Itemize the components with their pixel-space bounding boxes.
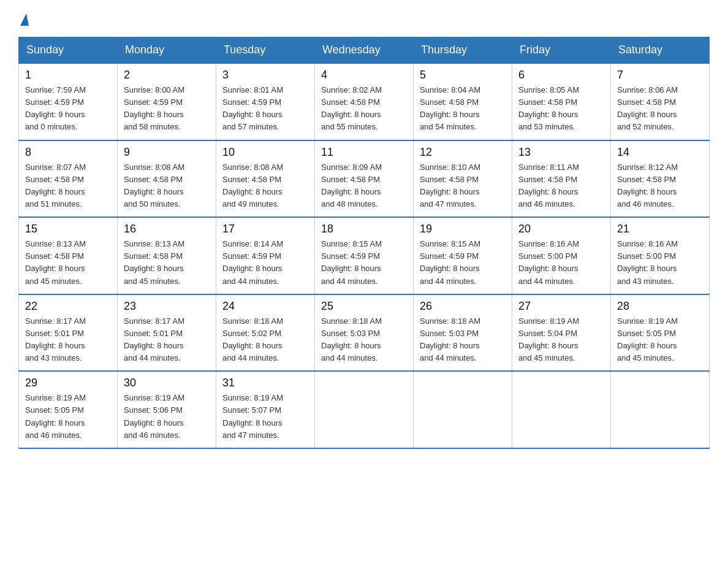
day-info: Sunrise: 8:11 AMSunset: 4:58 PMDaylight:… bbox=[518, 161, 604, 211]
day-number: 28 bbox=[617, 300, 703, 313]
day-info: Sunrise: 8:01 AMSunset: 4:59 PMDaylight:… bbox=[222, 84, 308, 134]
calendar-cell: 6Sunrise: 8:05 AMSunset: 4:58 PMDaylight… bbox=[512, 63, 611, 140]
calendar-cell bbox=[512, 371, 611, 448]
calendar-cell: 14Sunrise: 8:12 AMSunset: 4:58 PMDayligh… bbox=[611, 140, 710, 218]
day-info: Sunrise: 8:19 AMSunset: 5:04 PMDaylight:… bbox=[518, 315, 604, 365]
day-number: 12 bbox=[420, 146, 506, 159]
day-number: 8 bbox=[25, 146, 111, 159]
calendar-cell: 18Sunrise: 8:15 AMSunset: 4:59 PMDayligh… bbox=[315, 217, 414, 294]
day-info: Sunrise: 8:13 AMSunset: 4:58 PMDaylight:… bbox=[124, 238, 210, 288]
calendar-cell: 1Sunrise: 7:59 AMSunset: 4:59 PMDaylight… bbox=[19, 63, 118, 140]
day-number: 13 bbox=[518, 146, 604, 159]
calendar-cell: 30Sunrise: 8:19 AMSunset: 5:06 PMDayligh… bbox=[118, 371, 216, 448]
calendar-cell: 27Sunrise: 8:19 AMSunset: 5:04 PMDayligh… bbox=[512, 294, 611, 372]
calendar-week-row: 8Sunrise: 8:07 AMSunset: 4:58 PMDaylight… bbox=[19, 140, 710, 218]
calendar-week-row: 29Sunrise: 8:19 AMSunset: 5:05 PMDayligh… bbox=[19, 371, 710, 448]
day-number: 27 bbox=[518, 300, 604, 313]
day-info: Sunrise: 8:19 AMSunset: 5:07 PMDaylight:… bbox=[222, 392, 308, 442]
day-info: Sunrise: 8:13 AMSunset: 4:58 PMDaylight:… bbox=[25, 238, 111, 288]
logo bbox=[18, 12, 29, 25]
day-number: 17 bbox=[222, 223, 308, 236]
day-number: 19 bbox=[420, 223, 506, 236]
day-number: 26 bbox=[420, 300, 506, 313]
calendar-cell bbox=[414, 371, 512, 448]
day-info: Sunrise: 7:59 AMSunset: 4:59 PMDaylight:… bbox=[25, 84, 111, 134]
day-number: 11 bbox=[321, 146, 407, 159]
calendar-cell: 24Sunrise: 8:18 AMSunset: 5:02 PMDayligh… bbox=[216, 294, 315, 372]
calendar-cell: 23Sunrise: 8:17 AMSunset: 5:01 PMDayligh… bbox=[118, 294, 216, 372]
day-number: 20 bbox=[518, 223, 604, 236]
day-info: Sunrise: 8:15 AMSunset: 4:59 PMDaylight:… bbox=[321, 238, 407, 288]
weekday-header-friday: Friday bbox=[512, 37, 611, 64]
day-info: Sunrise: 8:00 AMSunset: 4:59 PMDaylight:… bbox=[124, 84, 210, 134]
day-info: Sunrise: 8:16 AMSunset: 5:00 PMDaylight:… bbox=[518, 238, 604, 288]
calendar-cell: 15Sunrise: 8:13 AMSunset: 4:58 PMDayligh… bbox=[19, 217, 118, 294]
day-number: 1 bbox=[25, 69, 111, 82]
day-info: Sunrise: 8:17 AMSunset: 5:01 PMDaylight:… bbox=[25, 315, 111, 365]
day-number: 25 bbox=[321, 300, 407, 313]
day-info: Sunrise: 8:16 AMSunset: 5:00 PMDaylight:… bbox=[617, 238, 703, 288]
day-number: 6 bbox=[518, 69, 604, 82]
calendar-cell: 16Sunrise: 8:13 AMSunset: 4:58 PMDayligh… bbox=[118, 217, 216, 294]
weekday-header-sunday: Sunday bbox=[19, 37, 118, 64]
day-number: 24 bbox=[222, 300, 308, 313]
calendar-week-row: 22Sunrise: 8:17 AMSunset: 5:01 PMDayligh… bbox=[19, 294, 710, 372]
calendar-cell bbox=[611, 371, 710, 448]
day-info: Sunrise: 8:19 AMSunset: 5:05 PMDaylight:… bbox=[25, 392, 111, 442]
day-info: Sunrise: 8:06 AMSunset: 4:58 PMDaylight:… bbox=[617, 84, 703, 134]
weekday-header-monday: Monday bbox=[118, 37, 216, 64]
day-info: Sunrise: 8:18 AMSunset: 5:02 PMDaylight:… bbox=[222, 315, 308, 365]
day-number: 4 bbox=[321, 69, 407, 82]
page-header bbox=[18, 12, 710, 25]
calendar-week-row: 15Sunrise: 8:13 AMSunset: 4:58 PMDayligh… bbox=[19, 217, 710, 294]
day-info: Sunrise: 8:18 AMSunset: 5:03 PMDaylight:… bbox=[321, 315, 407, 365]
day-number: 7 bbox=[617, 69, 703, 82]
day-info: Sunrise: 8:17 AMSunset: 5:01 PMDaylight:… bbox=[124, 315, 210, 365]
day-number: 5 bbox=[420, 69, 506, 82]
day-number: 30 bbox=[124, 377, 210, 389]
weekday-header-tuesday: Tuesday bbox=[216, 37, 315, 64]
day-number: 18 bbox=[321, 223, 407, 236]
day-number: 22 bbox=[25, 300, 111, 313]
day-info: Sunrise: 8:07 AMSunset: 4:58 PMDaylight:… bbox=[25, 161, 111, 211]
calendar-cell: 22Sunrise: 8:17 AMSunset: 5:01 PMDayligh… bbox=[19, 294, 118, 372]
weekday-header-saturday: Saturday bbox=[611, 37, 710, 64]
calendar-cell: 4Sunrise: 8:02 AMSunset: 4:58 PMDaylight… bbox=[315, 63, 414, 140]
day-info: Sunrise: 8:12 AMSunset: 4:58 PMDaylight:… bbox=[617, 161, 703, 211]
calendar-cell bbox=[315, 371, 414, 448]
calendar-cell: 31Sunrise: 8:19 AMSunset: 5:07 PMDayligh… bbox=[216, 371, 315, 448]
day-info: Sunrise: 8:19 AMSunset: 5:05 PMDaylight:… bbox=[617, 315, 703, 365]
calendar-cell: 20Sunrise: 8:16 AMSunset: 5:00 PMDayligh… bbox=[512, 217, 611, 294]
calendar-cell: 25Sunrise: 8:18 AMSunset: 5:03 PMDayligh… bbox=[315, 294, 414, 372]
day-number: 15 bbox=[25, 223, 111, 236]
calendar-cell: 13Sunrise: 8:11 AMSunset: 4:58 PMDayligh… bbox=[512, 140, 611, 218]
day-info: Sunrise: 8:18 AMSunset: 5:03 PMDaylight:… bbox=[420, 315, 506, 365]
calendar-cell: 29Sunrise: 8:19 AMSunset: 5:05 PMDayligh… bbox=[19, 371, 118, 448]
weekday-header-wednesday: Wednesday bbox=[315, 37, 414, 64]
calendar-cell: 10Sunrise: 8:08 AMSunset: 4:58 PMDayligh… bbox=[216, 140, 315, 218]
day-number: 31 bbox=[222, 377, 308, 389]
day-number: 29 bbox=[25, 377, 111, 389]
weekday-header-row: SundayMondayTuesdayWednesdayThursdayFrid… bbox=[19, 37, 710, 64]
calendar-table: SundayMondayTuesdayWednesdayThursdayFrid… bbox=[18, 37, 710, 449]
day-info: Sunrise: 8:10 AMSunset: 4:58 PMDaylight:… bbox=[420, 161, 506, 211]
day-info: Sunrise: 8:09 AMSunset: 4:58 PMDaylight:… bbox=[321, 161, 407, 211]
calendar-week-row: 1Sunrise: 7:59 AMSunset: 4:59 PMDaylight… bbox=[19, 63, 710, 140]
day-info: Sunrise: 8:15 AMSunset: 4:59 PMDaylight:… bbox=[420, 238, 506, 288]
day-info: Sunrise: 8:08 AMSunset: 4:58 PMDaylight:… bbox=[124, 161, 210, 211]
calendar-cell: 8Sunrise: 8:07 AMSunset: 4:58 PMDaylight… bbox=[19, 140, 118, 218]
logo-triangle-icon bbox=[20, 13, 29, 26]
day-number: 3 bbox=[222, 69, 308, 82]
day-info: Sunrise: 8:02 AMSunset: 4:58 PMDaylight:… bbox=[321, 84, 407, 134]
day-info: Sunrise: 8:04 AMSunset: 4:58 PMDaylight:… bbox=[420, 84, 506, 134]
calendar-cell: 21Sunrise: 8:16 AMSunset: 5:00 PMDayligh… bbox=[611, 217, 710, 294]
calendar-cell: 19Sunrise: 8:15 AMSunset: 4:59 PMDayligh… bbox=[414, 217, 512, 294]
day-number: 21 bbox=[617, 223, 703, 236]
day-number: 10 bbox=[222, 146, 308, 159]
calendar-cell: 26Sunrise: 8:18 AMSunset: 5:03 PMDayligh… bbox=[414, 294, 512, 372]
day-info: Sunrise: 8:08 AMSunset: 4:58 PMDaylight:… bbox=[222, 161, 308, 211]
calendar-cell: 28Sunrise: 8:19 AMSunset: 5:05 PMDayligh… bbox=[611, 294, 710, 372]
calendar-cell: 11Sunrise: 8:09 AMSunset: 4:58 PMDayligh… bbox=[315, 140, 414, 218]
day-info: Sunrise: 8:19 AMSunset: 5:06 PMDaylight:… bbox=[124, 392, 210, 442]
day-number: 16 bbox=[124, 223, 210, 236]
